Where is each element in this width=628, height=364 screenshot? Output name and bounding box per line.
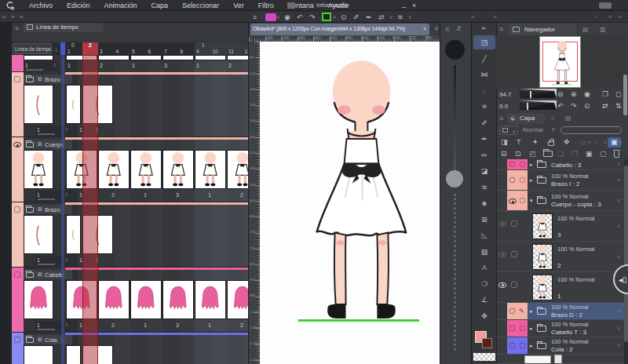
blend-mode-value[interactable]: Normal bbox=[523, 126, 543, 133]
delete-layer-icon[interactable] bbox=[614, 150, 619, 159]
cel-visibility-eye-icon[interactable] bbox=[498, 251, 506, 258]
transfer-layer-icon[interactable]: ❏ bbox=[557, 150, 564, 158]
clip-to-layer-icon[interactable]: ◨ bbox=[501, 138, 508, 146]
rotation-slider[interactable] bbox=[520, 103, 554, 110]
menu-archivo[interactable]: Archivo bbox=[22, 0, 60, 11]
ruler-frame-8[interactable]: 8 bbox=[181, 49, 184, 54]
track-visibility-box-icon[interactable] bbox=[14, 76, 20, 82]
chevron-down-icon[interactable]: ∨ bbox=[408, 14, 411, 20]
layer-handle-icon[interactable]: ≡ bbox=[617, 343, 620, 348]
track-header[interactable]: ⊞Brazo bbox=[24, 205, 72, 214]
search-layer-tab-icon[interactable]: ▤ bbox=[565, 115, 571, 122]
track-color-tag[interactable] bbox=[12, 55, 24, 71]
dock-arrow-icon[interactable]: » bbox=[608, 13, 612, 20]
expand-layer-icon[interactable]: ▾ bbox=[530, 198, 533, 204]
layer-row[interactable]: 100 % Normal1≡ bbox=[496, 272, 625, 303]
correct-line-tool-icon[interactable]: ◺ bbox=[472, 231, 497, 239]
fill-tool-icon[interactable]: ◈ bbox=[472, 199, 497, 207]
expand-track-icon[interactable]: ⊞ bbox=[38, 76, 42, 82]
layer-row[interactable]: ✎▸100 % NormalBrazo D : 2≡ bbox=[496, 303, 625, 320]
track-header[interactable]: ⊞Cuerpo bbox=[24, 140, 72, 149]
navigator-scrollbar[interactable] bbox=[623, 75, 627, 115]
layer-tag-box-icon[interactable] bbox=[520, 198, 525, 203]
expand-track-icon[interactable]: ⊞ bbox=[38, 271, 42, 278]
timeline-cel[interactable] bbox=[24, 215, 53, 254]
timeline-cel[interactable] bbox=[66, 85, 81, 124]
apply-mask-icon[interactable]: ▢ bbox=[600, 150, 607, 158]
reset-rotation-button[interactable]: ⊙ bbox=[584, 102, 590, 110]
expand-layer-icon[interactable]: ▸ bbox=[530, 343, 533, 349]
layers-tab[interactable]: ⬙ Capa bbox=[507, 113, 545, 124]
zoom-out-button[interactable]: ⊖ bbox=[557, 90, 564, 98]
layer-row[interactable]: 100 % Normal3≡ bbox=[496, 211, 625, 242]
layer-visibility-box-icon[interactable] bbox=[509, 326, 515, 331]
rotate-left-button[interactable]: ↶ bbox=[557, 102, 564, 110]
menu-animación[interactable]: Animación bbox=[97, 0, 144, 11]
ruler-icon[interactable]: ∕ bbox=[595, 138, 597, 146]
layer-handle-icon[interactable]: ≡ bbox=[617, 198, 620, 203]
dock-arrow-icon[interactable]: « bbox=[619, 13, 622, 20]
track-visibility-box-icon[interactable] bbox=[14, 206, 20, 213]
layer-color-icon[interactable]: ▣ bbox=[611, 138, 618, 146]
eyedropper-icon[interactable]: ✐ bbox=[353, 13, 360, 21]
dock-arrow-icon[interactable]: « bbox=[20, 13, 23, 20]
strip-menu-icon[interactable]: ≡ bbox=[445, 25, 449, 33]
timeline-cel[interactable] bbox=[130, 55, 162, 60]
timeline-menu-icon[interactable]: ≡ bbox=[15, 24, 19, 32]
layer-row[interactable]: ▸100 % NormalCola : 2≡ bbox=[496, 337, 625, 355]
track-handle-icon[interactable]: ≡ bbox=[65, 257, 68, 262]
new-vector-layer-icon[interactable]: ⊡ bbox=[515, 150, 521, 158]
layers-menu-icon[interactable]: ≡ bbox=[499, 115, 503, 122]
timeline-tab[interactable]: Línea de tiempo bbox=[24, 23, 104, 32]
figure-tool-icon[interactable]: ⋈ bbox=[472, 71, 497, 78]
zoom-tool-icon[interactable]: ⊙ bbox=[341, 13, 347, 21]
track-header[interactable]: ⊞Cola bbox=[24, 335, 72, 344]
cel-thumbnail[interactable] bbox=[532, 275, 553, 300]
vector-pen-icon[interactable]: ✒ bbox=[366, 13, 372, 21]
timeline-cel[interactable] bbox=[98, 280, 130, 319]
chevron-down-icon[interactable]: ∨ bbox=[434, 25, 439, 32]
canvas[interactable] bbox=[260, 42, 440, 364]
zoom-slider[interactable] bbox=[520, 91, 554, 98]
layer-row[interactable] bbox=[496, 355, 625, 364]
layer-depth-icon[interactable]: ≋ bbox=[397, 13, 403, 21]
info-palette-close-button[interactable]: × bbox=[412, 2, 416, 9]
chevron-down-icon[interactable]: ∨ bbox=[333, 14, 336, 20]
cel-thumbnail[interactable] bbox=[532, 244, 553, 270]
zoom-100-button[interactable]: ◉ bbox=[584, 90, 590, 98]
brush-density-slider[interactable] bbox=[454, 194, 456, 351]
brush-size-slider[interactable] bbox=[454, 65, 456, 183]
layers-scrollbar-track[interactable] bbox=[624, 159, 628, 364]
cel-handle-icon[interactable]: ≡ bbox=[617, 254, 620, 260]
dock-arrow-icon[interactable]: » bbox=[471, 13, 474, 20]
timeline-cel[interactable] bbox=[98, 55, 130, 60]
layer-handle-icon[interactable]: ≡ bbox=[617, 326, 620, 331]
layer-visibility-box-icon[interactable] bbox=[509, 162, 515, 167]
operation-tool-icon[interactable]: ◳ bbox=[472, 38, 497, 46]
expand-track-icon[interactable]: ⊞ bbox=[38, 206, 42, 213]
opacity-slider[interactable] bbox=[560, 126, 622, 134]
track-visibility-eye-icon[interactable] bbox=[13, 141, 21, 148]
expand-layer-icon[interactable]: ▸ bbox=[530, 308, 533, 315]
brush-density-handle[interactable] bbox=[446, 170, 463, 187]
frame-color-icon[interactable] bbox=[322, 13, 331, 21]
dock-arrow-icon[interactable]: › bbox=[594, 13, 597, 20]
navigator-tab[interactable]: Navegador bbox=[509, 24, 576, 35]
layer-tag-box-icon[interactable] bbox=[520, 326, 525, 331]
ruler-frame-6[interactable]: 6 bbox=[148, 49, 152, 54]
cel-box-icon[interactable] bbox=[511, 282, 517, 288]
rotate-right-button[interactable]: ↷ bbox=[571, 102, 577, 110]
ruler-frame-7[interactable]: 7 bbox=[164, 49, 167, 54]
menu-capa[interactable]: Capa bbox=[144, 0, 176, 11]
menu-edición[interactable]: Edición bbox=[60, 0, 97, 11]
document-tab-close-icon[interactable]: × bbox=[423, 26, 426, 31]
ruler-frame-5[interactable]: 5 bbox=[132, 49, 135, 54]
track-handle-icon[interactable]: ≡ bbox=[53, 63, 57, 67]
lock-layer-icon[interactable] bbox=[548, 138, 554, 147]
move-layer-tool-icon[interactable]: ╱ bbox=[472, 55, 497, 63]
eraser-tool-icon[interactable]: ◪ bbox=[472, 167, 497, 175]
layer-tag-box-icon[interactable] bbox=[520, 177, 525, 183]
layer-row[interactable]: ▾100 % NormalCuerpo - copia : 3≡ bbox=[496, 191, 625, 211]
transparent-color-swatch[interactable] bbox=[473, 353, 495, 361]
layer-visibility-eye-icon[interactable] bbox=[509, 198, 517, 205]
